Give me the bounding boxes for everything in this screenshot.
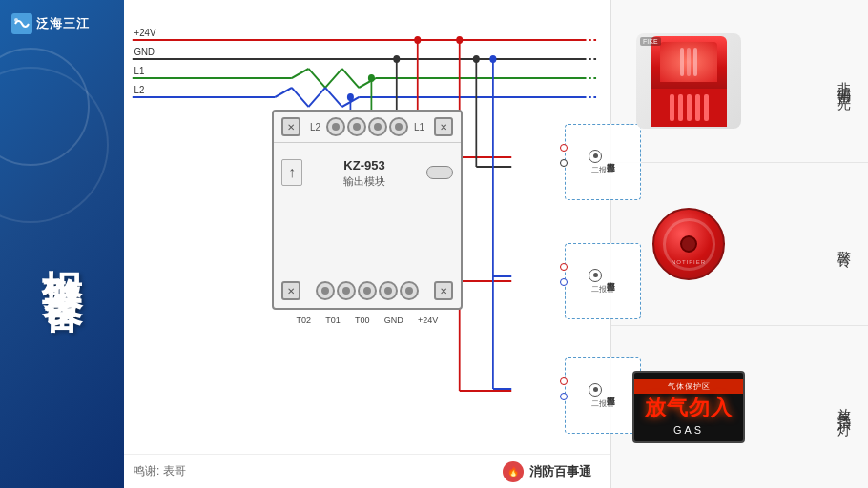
terminal-x-right: ✕ <box>434 117 453 136</box>
module-id: KZ-953 <box>343 158 385 173</box>
siren-image-area: FIKE <box>627 29 751 133</box>
svg-line-5 <box>308 69 325 88</box>
brand-name: 消防百事通 <box>529 463 591 480</box>
svg-point-31 <box>368 74 375 82</box>
terminal-x-br: ✕ <box>434 281 453 300</box>
gas-sign-main: 放气勿入 <box>645 394 733 422</box>
diagram-area: +24V GND L1 L2 <box>124 0 610 488</box>
main-container: 泛海三江 报警设备 <box>0 0 868 488</box>
bell-image-area: NOTIFIER <box>627 192 751 296</box>
terminal-x-left: ✕ <box>281 117 300 136</box>
bell-center <box>680 235 697 253</box>
svg-text:L2: L2 <box>134 84 145 95</box>
panel-item-siren: FIKE 非编码声光 <box>611 0 868 163</box>
device-3-label: 放气指示灯 <box>836 397 853 417</box>
terminal-t01 <box>337 281 356 300</box>
logo-area: 泛海三江 <box>11 13 90 34</box>
label-t01: T01 <box>325 315 341 325</box>
bell-shape: NOTIFIER <box>652 208 725 280</box>
module-name: 输出模块 <box>343 174 385 189</box>
label-gnd: GND <box>384 315 403 325</box>
device-1-label: 非编码声光 <box>836 71 853 91</box>
credit-text: 鸣谢: 表哥 <box>134 463 186 479</box>
terminal-l2 <box>326 117 345 136</box>
svg-line-7 <box>342 69 360 88</box>
label-t02: T02 <box>297 315 312 325</box>
svg-point-29 <box>414 36 421 44</box>
terminal-t02 <box>316 281 335 300</box>
terminal-l1a <box>347 117 366 136</box>
terminal-l2b <box>389 117 408 136</box>
gas-sign: 气体保护区 放气勿入 GAS <box>632 371 745 443</box>
device-2-box: 声光报警器 二报警 <box>565 243 641 319</box>
terminal-l1b <box>368 117 387 136</box>
label-t00: T00 <box>355 315 370 325</box>
svg-point-32 <box>347 93 354 101</box>
svg-line-13 <box>308 88 325 107</box>
gas-image-area: 气体保护区 放气勿入 GAS <box>627 355 751 459</box>
svg-point-40 <box>489 55 496 63</box>
svg-text:GND: GND <box>134 46 155 57</box>
svg-point-0 <box>14 18 18 22</box>
gas-sign-sub: GAS <box>673 424 704 436</box>
svg-line-12 <box>292 88 309 107</box>
logo-text: 泛海三江 <box>36 15 90 32</box>
panel-item-gas: 气体保护区 放气勿入 GAS 放气指示灯 <box>611 326 868 488</box>
brand-icon: 🔥 <box>503 461 524 482</box>
device-2-label: 警铃 <box>836 240 853 248</box>
terminal-x-bl: ✕ <box>281 281 300 300</box>
logo-icon <box>11 13 32 34</box>
terminal-24v <box>400 281 419 300</box>
svg-point-38 <box>473 55 480 63</box>
svg-line-6 <box>325 69 342 88</box>
svg-text:+24V: +24V <box>134 27 156 38</box>
brand-badge: 🔥 消防百事通 <box>503 461 591 482</box>
svg-line-14 <box>325 88 342 107</box>
svg-line-15 <box>342 97 360 107</box>
panel-item-bell: NOTIFIER 警铃 <box>611 163 868 326</box>
terminal-t00 <box>358 281 377 300</box>
svg-text:L1: L1 <box>134 65 145 76</box>
svg-line-8 <box>359 78 376 88</box>
gas-sign-top: 气体保护区 <box>634 379 743 394</box>
device-1-box: 声光报警器 二报警 <box>565 124 641 200</box>
terminal-gnd <box>379 281 398 300</box>
left-sidebar: 泛海三江 报警设备 <box>0 0 124 488</box>
device-3-box: 声光报警器 二报警 <box>565 357 641 434</box>
svg-line-4 <box>292 69 309 78</box>
svg-point-30 <box>393 55 400 63</box>
svg-line-11 <box>275 88 292 97</box>
svg-point-37 <box>456 36 463 44</box>
footer-bar: 鸣谢: 表哥 🔥 消防百事通 <box>124 454 610 488</box>
module-box: ✕ L2 L1 ✕ ↑ KZ <box>272 110 463 310</box>
label-24v: +24V <box>418 315 438 325</box>
right-panels: FIKE 非编码声光 NOTIFIER 警铃 <box>610 0 868 488</box>
main-title: 报警设备 <box>42 238 82 269</box>
